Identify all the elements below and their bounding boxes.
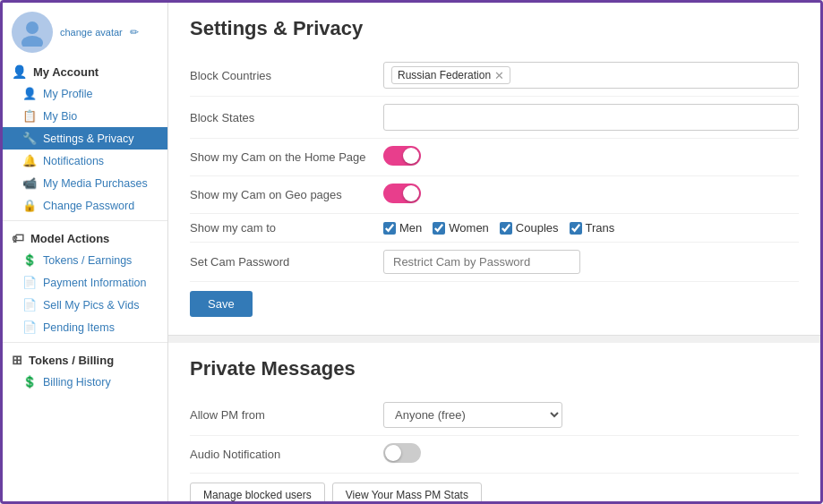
sidebar-item-settings-privacy[interactable]: 🔧 Settings & Privacy	[3, 127, 167, 149]
sidebar-divider-1	[3, 220, 167, 221]
tag-remove-icon[interactable]: ✕	[494, 70, 504, 81]
allow-pm-row: Allow PM from Anyone (free) Followers on…	[190, 395, 799, 436]
profile-icon: 👤	[22, 87, 37, 100]
show-cam-homepage-label: Show my Cam on the Home Page	[190, 150, 369, 164]
audio-notification-toggle[interactable]	[383, 443, 421, 463]
show-cam-to-row: Show my cam to Men Women	[190, 214, 799, 243]
checkbox-couples-label: Couples	[516, 221, 559, 235]
avatar	[12, 12, 53, 53]
edit-icon: ✏	[130, 26, 139, 38]
set-cam-password-control	[383, 250, 799, 274]
checkbox-women-input[interactable]	[433, 222, 445, 235]
block-states-row: Block States	[190, 97, 799, 139]
my-bio-label: My Bio	[43, 110, 77, 123]
model-actions-section-label: Model Actions	[30, 232, 109, 245]
allow-pm-control: Anyone (free) Followers only Nobody	[383, 402, 799, 428]
notifications-label: Notifications	[43, 155, 104, 167]
sidebar-item-payment-information[interactable]: 📄 Payment Information	[3, 271, 167, 294]
checkbox-men-input[interactable]	[383, 222, 396, 235]
pm-action-buttons: Manage blocked users View Your Mass PM S…	[190, 483, 799, 501]
sidebar-section-account: 👤 My Account	[3, 58, 167, 82]
checkbox-women[interactable]: Women	[433, 221, 489, 235]
set-cam-password-label: Set Cam Password	[190, 255, 369, 269]
settings-save-button[interactable]: Save	[190, 291, 253, 317]
settings-icon: 🔧	[22, 132, 37, 145]
svg-point-1	[21, 36, 43, 47]
checkbox-couples[interactable]: Couples	[500, 221, 559, 235]
toggle-knob-2	[403, 185, 419, 201]
checkbox-trans-input[interactable]	[570, 222, 582, 235]
show-cam-to-control: Men Women Couples	[383, 221, 799, 235]
checkbox-men[interactable]: Men	[383, 221, 422, 235]
checkbox-women-label: Women	[449, 221, 489, 235]
checkbox-trans-label: Trans	[586, 221, 615, 235]
sidebar-item-pending-items[interactable]: 📄 Pending Items	[3, 316, 167, 338]
bio-icon: 📋	[22, 109, 37, 123]
toggle-knob-3	[385, 445, 401, 461]
sidebar-item-tokens-earnings[interactable]: 💲 Tokens / Earnings	[3, 249, 167, 271]
svg-point-0	[26, 21, 39, 34]
private-messages-title: Private Messages	[190, 357, 799, 380]
audio-notification-control	[383, 443, 799, 466]
pending-items-label: Pending Items	[43, 321, 115, 334]
sidebar: change avatar ✏ 👤 My Account 👤 My Profil…	[3, 3, 168, 501]
sidebar-item-change-password[interactable]: 🔒 Change Password	[3, 194, 167, 217]
checkbox-trans[interactable]: Trans	[570, 221, 615, 235]
block-states-input[interactable]	[383, 104, 799, 131]
show-cam-homepage-toggle[interactable]	[383, 146, 421, 166]
sidebar-item-billing-history[interactable]: 💲 Billing History	[3, 371, 167, 393]
block-states-control	[383, 104, 799, 131]
account-icon: 👤	[12, 64, 27, 79]
sidebar-item-my-bio[interactable]: 📋 My Bio	[3, 105, 167, 127]
block-countries-control: Russian Federation ✕	[383, 62, 799, 89]
pending-icon: 📄	[22, 320, 37, 334]
app-body: change avatar ✏ 👤 My Account 👤 My Profil…	[3, 3, 820, 501]
sidebar-item-my-profile[interactable]: 👤 My Profile	[3, 82, 167, 105]
checkbox-couples-input[interactable]	[500, 222, 512, 235]
lock-icon: 🔒	[22, 199, 37, 212]
sidebar-section-tokens-billing: ⊞ Tokens / Billing	[3, 346, 167, 371]
private-messages-section: Private Messages Allow PM from Anyone (f…	[168, 343, 820, 501]
tokens-billing-section-label: Tokens / Billing	[29, 354, 114, 367]
account-section-label: My Account	[33, 65, 99, 79]
view-mass-pm-stats-button[interactable]: View Your Mass PM Stats	[332, 483, 482, 501]
audio-notification-row: Audio Notification	[190, 436, 799, 474]
allow-pm-select[interactable]: Anyone (free) Followers only Nobody	[383, 402, 562, 428]
show-cam-to-label: Show my cam to	[190, 221, 369, 235]
sidebar-item-sell-pics-vids[interactable]: 📄 Sell My Pics & Vids	[3, 294, 167, 316]
manage-blocked-users-button[interactable]: Manage blocked users	[190, 483, 325, 501]
main-content: Settings & Privacy Block Countries Russi…	[168, 3, 820, 501]
show-cam-homepage-row: Show my Cam on the Home Page	[190, 139, 799, 176]
set-cam-password-row: Set Cam Password	[190, 243, 799, 282]
block-states-label: Block States	[190, 111, 369, 124]
allow-pm-label: Allow PM from	[190, 408, 369, 422]
sidebar-item-notifications[interactable]: 🔔 Notifications	[3, 149, 167, 172]
billing-history-label: Billing History	[43, 376, 111, 389]
model-actions-icon: 🏷	[12, 231, 24, 245]
dollar-icon-1: 💲	[22, 253, 37, 267]
settings-privacy-section: Settings & Privacy Block Countries Russi…	[168, 3, 820, 336]
my-media-purchases-label: My Media Purchases	[43, 177, 148, 190]
change-avatar-link[interactable]: change avatar	[60, 27, 123, 38]
settings-privacy-label: Settings & Privacy	[43, 132, 133, 145]
media-icon: 📹	[22, 176, 37, 190]
block-countries-input[interactable]: Russian Federation ✕	[383, 62, 799, 89]
payment-information-label: Payment Information	[43, 277, 146, 289]
sidebar-divider-2	[3, 342, 167, 343]
my-profile-label: My Profile	[43, 88, 93, 100]
block-countries-label: Block Countries	[190, 69, 369, 82]
sidebar-section-model-actions: 🏷 Model Actions	[3, 225, 167, 249]
sidebar-item-my-media-purchases[interactable]: 📹 My Media Purchases	[3, 172, 167, 194]
show-cam-geo-label: Show my Cam on Geo pages	[190, 188, 369, 201]
checkbox-men-label: Men	[399, 221, 422, 235]
show-cam-geo-toggle[interactable]	[383, 184, 421, 203]
billing-grid-icon: ⊞	[12, 353, 22, 367]
tokens-earnings-label: Tokens / Earnings	[43, 254, 132, 267]
russian-federation-tag[interactable]: Russian Federation ✕	[391, 66, 510, 84]
toggle-knob-1	[403, 148, 419, 164]
cam-password-input[interactable]	[383, 250, 580, 274]
block-countries-row: Block Countries Russian Federation ✕	[190, 55, 799, 97]
avatar-area: change avatar ✏	[3, 3, 167, 58]
audio-notification-label: Audio Notification	[190, 448, 369, 461]
show-cam-geo-control	[383, 184, 799, 206]
